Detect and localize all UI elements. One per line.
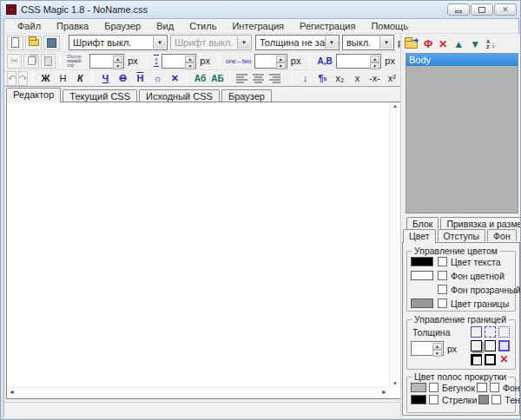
blink-button[interactable]: ☼ (150, 71, 164, 85)
menu-file[interactable]: Файл (10, 20, 49, 33)
tab-color[interactable]: Цвет (403, 229, 436, 243)
align-center-button[interactable] (253, 74, 264, 83)
bold-button[interactable]: Ж (38, 71, 52, 85)
new-file-button[interactable] (7, 36, 23, 50)
border-inset-button[interactable] (471, 354, 482, 365)
superscript-button[interactable]: x² (385, 71, 399, 85)
scroll-down-icon[interactable]: ▼ (390, 381, 400, 386)
border-color-swatch[interactable] (411, 299, 433, 308)
border-plain-button[interactable] (485, 340, 496, 351)
tab-browser[interactable]: Браузер (221, 89, 272, 102)
border-dashed-button[interactable] (485, 326, 496, 338)
border-color-checkbox[interactable] (438, 299, 447, 308)
tab-current-css[interactable]: Текущий CSS (63, 89, 137, 102)
new-selector-button[interactable]: ➜ (405, 40, 418, 49)
open-file-button[interactable] (25, 36, 42, 50)
text-color-checkbox[interactable] (438, 257, 447, 266)
align-left-button[interactable] (236, 74, 247, 83)
underline-button[interactable]: Ч (98, 71, 112, 85)
editor-vertical-scrollbar[interactable]: ▲ ▼ (389, 102, 400, 387)
editor-area[interactable]: ▲ ▼ ◄ ► (6, 102, 401, 399)
spinner-buttons[interactable]: ▲▼ (370, 56, 379, 67)
shadow-color-swatch[interactable] (478, 395, 489, 404)
border-outset-button[interactable] (471, 340, 482, 351)
menu-browser[interactable]: Браузер (96, 20, 148, 33)
italic-button[interactable]: К (73, 71, 87, 85)
move-up-button[interactable]: ▲ (453, 39, 464, 49)
redo-button[interactable]: ↷ (18, 71, 28, 86)
word-spacing-input[interactable]: ▲▼ (254, 54, 287, 69)
arrow-color-swatch[interactable] (411, 395, 426, 404)
track-color-swatch[interactable] (477, 383, 487, 392)
selector-list[interactable]: Body (406, 53, 518, 213)
menu-style[interactable]: Стиль (181, 20, 224, 33)
close-button[interactable]: ✕ (494, 3, 517, 16)
border-dotted-button[interactable] (498, 326, 510, 338)
paragraph-button[interactable]: ¶s (315, 71, 329, 85)
line-height-input[interactable]: ▲▼ (162, 54, 196, 69)
scroll-left-icon[interactable]: ◄ (9, 389, 15, 395)
tab-block[interactable]: Блок (406, 217, 439, 229)
scroll-up-icon[interactable]: ▲ (390, 103, 400, 108)
tab-background[interactable]: Фон (487, 229, 517, 241)
units-select[interactable]: выкл. ▼ (342, 35, 394, 50)
subscript-button[interactable]: x₂ (333, 71, 346, 85)
undo-button[interactable]: ↶ (7, 71, 16, 86)
shadow-color-checkbox[interactable] (491, 395, 501, 404)
bg-color-swatch[interactable] (411, 271, 433, 280)
move-down-button[interactable]: ▼ (470, 39, 480, 49)
spinner-buttons[interactable]: ▲▼ (113, 56, 122, 67)
bg-color-checkbox[interactable] (438, 271, 447, 280)
sort-button[interactable]: AZ ↓ (486, 39, 495, 49)
tab-anchoring[interactable]: Привязка и размеры (440, 217, 521, 229)
border-bold-button[interactable] (485, 354, 496, 365)
border-double-button[interactable] (498, 340, 510, 351)
inline-button[interactable]: -x- (367, 71, 381, 85)
editor-horizontal-scrollbar[interactable]: ◄ ► (7, 387, 389, 398)
delete-selector-button[interactable]: ✕ (439, 39, 447, 49)
font-select-secondary[interactable]: Шрифт выкл. ▼ (170, 35, 252, 50)
thickness-select[interactable]: Толщина не задана ▼ (255, 35, 340, 50)
strikethrough-button[interactable]: Θ (115, 71, 129, 85)
overline-button[interactable]: Н (133, 71, 147, 85)
menu-help[interactable]: Помощь (363, 20, 416, 33)
track-color-checkbox[interactable] (490, 383, 499, 392)
maximize-button[interactable] (471, 3, 493, 16)
font-select[interactable]: Шрифт выкл. ▼ (69, 35, 168, 50)
thumb-color-swatch[interactable] (411, 383, 426, 392)
visibility-button[interactable]: Ф (424, 39, 432, 49)
spinner-buttons[interactable]: ▲▼ (432, 343, 442, 354)
menu-integration[interactable]: Интеграция (224, 20, 292, 33)
paste-button[interactable] (41, 54, 56, 69)
tab-source-css[interactable]: Исходный CSS (139, 89, 220, 102)
lowercase-button[interactable]: Аб (193, 71, 207, 85)
spinner-buttons[interactable]: ▲▼ (185, 56, 195, 67)
text-color-swatch[interactable] (411, 257, 433, 266)
bg-transparent-checkbox[interactable] (438, 285, 447, 294)
save-file-button[interactable] (43, 36, 60, 50)
arrow-color-checkbox[interactable] (429, 395, 439, 404)
decoration-none-button[interactable]: ✕ (168, 71, 181, 85)
list-item-body[interactable]: Body (406, 54, 518, 66)
scroll-right-icon[interactable]: ► (381, 389, 387, 395)
thumb-color-checkbox[interactable] (429, 383, 439, 392)
menu-registration[interactable]: Регистрация (292, 20, 363, 33)
spinner-buttons[interactable]: ▲▼ (276, 56, 286, 67)
letter-spacing-input[interactable]: ▲▼ (336, 54, 382, 69)
copy-button[interactable] (23, 54, 38, 69)
tab-editor[interactable]: Редактор (6, 88, 61, 102)
border-thickness-input[interactable]: ▲▼ (411, 341, 444, 356)
menu-edit[interactable]: Правка (49, 20, 96, 33)
cut-button[interactable]: ✂ (7, 54, 22, 69)
align-right-button[interactable] (269, 74, 280, 83)
border-solid-button[interactable] (471, 326, 482, 338)
normal-weight-button[interactable]: Н (56, 71, 69, 85)
menu-view[interactable]: Вид (148, 20, 181, 33)
tab-margins[interactable]: Отступы (438, 229, 486, 241)
baseline-button[interactable]: x (350, 71, 364, 85)
minimize-button[interactable] (447, 3, 470, 16)
vertical-align-bottom-button[interactable]: ↓ (298, 71, 312, 85)
border-none-button[interactable]: ✕ (498, 354, 510, 365)
uppercase-button[interactable]: АБ (210, 71, 224, 85)
first-line-indent-input[interactable]: ▲▼ (89, 54, 124, 69)
